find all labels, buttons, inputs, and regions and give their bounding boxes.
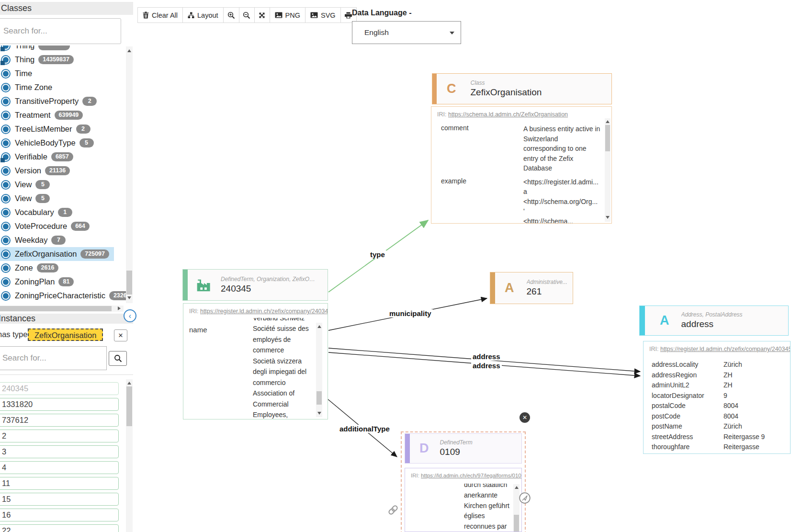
- class-list-item[interactable]: ZoningPlan 81: [0, 275, 79, 289]
- class-list-item[interactable]: VehicleBodyType 5: [0, 136, 99, 150]
- class-list-item[interactable]: Treatment 639949: [0, 108, 88, 122]
- count-badge: 7: [51, 236, 66, 245]
- class-label: Time Zone: [15, 83, 52, 92]
- instances-search-input[interactable]: [0, 346, 107, 370]
- class-node-details: IRI: https://schema.ld.admin.ch/ZefixOrg…: [431, 106, 612, 224]
- language-select[interactable]: English: [352, 21, 461, 44]
- administrative-node-header[interactable]: A Administrative... 261: [490, 272, 573, 304]
- class-icon: [1, 236, 11, 245]
- class-list-item-partial[interactable]: Thing: [0, 45, 75, 53]
- instance-list-item[interactable]: 240345: [0, 382, 119, 395]
- navigate-icon[interactable]: [519, 492, 531, 506]
- has-type-clear-button[interactable]: ✕: [114, 329, 127, 341]
- class-list-item[interactable]: Time: [0, 67, 37, 80]
- class-list-item[interactable]: Vocabulary 1: [0, 205, 77, 219]
- class-icon: [1, 111, 11, 120]
- classes-horizontal-scrollbar[interactable]: [0, 306, 124, 312]
- link-icon[interactable]: [387, 504, 399, 518]
- class-icon: [1, 55, 11, 65]
- class-list-item[interactable]: Version 21136: [0, 164, 75, 178]
- instance-list-item[interactable]: 1331820: [0, 398, 119, 411]
- instance-list-item[interactable]: 11: [0, 477, 119, 490]
- iri-prefix: IRI:: [411, 473, 419, 478]
- node-accent-bar: [640, 306, 645, 335]
- class-icon: [1, 166, 11, 176]
- iri-link[interactable]: https://ld.admin.ch/ech/97/legalforms/01…: [421, 473, 521, 478]
- export-png-button[interactable]: PNG: [270, 7, 305, 23]
- class-list-item[interactable]: VoteProcedure 664: [0, 219, 94, 233]
- class-list-item[interactable]: Thing 14359837: [0, 53, 79, 67]
- node-kind-label: Class: [471, 79, 542, 87]
- iri-link[interactable]: https://register.ld.admin.ch/zefix/compa…: [200, 308, 328, 315]
- class-list-item[interactable]: ZoningPriceCharacteristic 2326: [0, 289, 126, 303]
- class-icon: [1, 45, 11, 51]
- node-scrollbar[interactable]: [605, 118, 610, 222]
- class-label: Zone: [15, 263, 33, 272]
- class-label: Time: [15, 69, 32, 78]
- address-node-details: IRI: https://register.ld.admin.ch/zefix/…: [643, 341, 791, 454]
- address-row: addressRegion ZH: [652, 370, 785, 381]
- class-list-item[interactable]: Verifiable 6857: [0, 150, 78, 164]
- property-label: postName: [652, 421, 723, 432]
- instance-list-item[interactable]: 3: [0, 445, 119, 458]
- expand-arrows-icon: [259, 12, 265, 19]
- zoom-out-button[interactable]: [239, 7, 255, 23]
- zoom-out-icon: [243, 11, 250, 19]
- factory-icon: [196, 278, 211, 292]
- close-node-button[interactable]: ✕: [520, 412, 530, 423]
- class-list-item[interactable]: ZefixOrganisation 725097: [0, 247, 114, 261]
- class-list-item[interactable]: Time Zone: [0, 80, 57, 94]
- search-icon: [114, 354, 122, 362]
- address-node-header[interactable]: A Address, PostalAddress address: [639, 306, 789, 336]
- class-list-item[interactable]: TransitiveProperty 2: [0, 94, 102, 108]
- class-list-item[interactable]: View 5: [0, 178, 55, 192]
- address-row: addressLocality Zürich: [652, 360, 785, 370]
- class-icon: [1, 263, 11, 273]
- has-type-chip[interactable]: ZefixOrganisation: [28, 328, 103, 341]
- instances-panel-header: Instances: [0, 314, 133, 324]
- class-label: ZoningPlan: [15, 277, 55, 286]
- address-row: locatorDesignator 9: [652, 391, 785, 401]
- class-icon: [1, 152, 11, 162]
- zoom-in-button[interactable]: [223, 7, 239, 23]
- property-value: ZH: [723, 370, 733, 381]
- clear-all-button[interactable]: Clear All: [137, 7, 183, 23]
- instance-list-item[interactable]: 4: [0, 461, 119, 474]
- instances-scrollbar[interactable]: [126, 379, 133, 532]
- instances-search-button[interactable]: [109, 351, 127, 366]
- fit-view-button[interactable]: [254, 7, 270, 23]
- instance-list-item[interactable]: 15: [0, 493, 119, 506]
- iri-link[interactable]: https://schema.ld.admin.ch/ZefixOrganisa…: [448, 111, 568, 118]
- legalform-node-header[interactable]: D DefinedTerm 0109: [405, 433, 522, 464]
- classes-scrollbar[interactable]: [126, 46, 133, 303]
- instance-list-item[interactable]: 737612: [0, 414, 119, 427]
- address-row: thoroughfare Reitergasse: [652, 442, 785, 453]
- company-node-details: IRI: https://register.ld.admin.ch/zefix/…: [183, 303, 328, 419]
- instance-list-item[interactable]: 2: [0, 430, 119, 442]
- layout-button[interactable]: Layout: [182, 7, 224, 23]
- class-list-item[interactable]: TreeListMember 2: [0, 122, 95, 136]
- class-list-item[interactable]: View 5: [0, 192, 55, 205]
- node-kinds-label: DefinedTerm, Organization, ZefixOrganisa…: [221, 276, 316, 283]
- count-badge: 81: [58, 277, 74, 286]
- class-label: TreeListMember: [15, 125, 72, 134]
- instance-list-item[interactable]: 22: [0, 524, 119, 532]
- company-node-header[interactable]: DefinedTerm, Organization, ZefixOrganisa…: [182, 269, 328, 301]
- edge-label-additional-type: additionalType: [338, 425, 391, 433]
- class-node-header[interactable]: C Class ZefixOrganisation: [432, 73, 612, 104]
- class-icon: [1, 208, 11, 217]
- property-label: locatorDesignator: [652, 391, 723, 401]
- address-row: postCode 8004: [652, 411, 785, 422]
- node-scrollbar[interactable]: [316, 323, 322, 417]
- class-list-item[interactable]: Weekday 7: [0, 233, 70, 247]
- node-scrollbar[interactable]: [513, 484, 520, 532]
- node-accent-bar: [432, 74, 437, 104]
- classes-search-input[interactable]: [0, 18, 121, 44]
- class-list-item[interactable]: Zone 2616: [0, 261, 63, 275]
- count-badge: 5: [79, 138, 94, 147]
- export-svg-button[interactable]: SVG: [305, 7, 341, 23]
- sidebar-collapse-button[interactable]: ‹: [124, 309, 136, 322]
- instance-list-item[interactable]: 16: [0, 509, 119, 521]
- iri-link[interactable]: https://register.ld.admin.ch/zefix/compa…: [660, 346, 790, 352]
- legalform-value: anerkannte: [464, 490, 512, 501]
